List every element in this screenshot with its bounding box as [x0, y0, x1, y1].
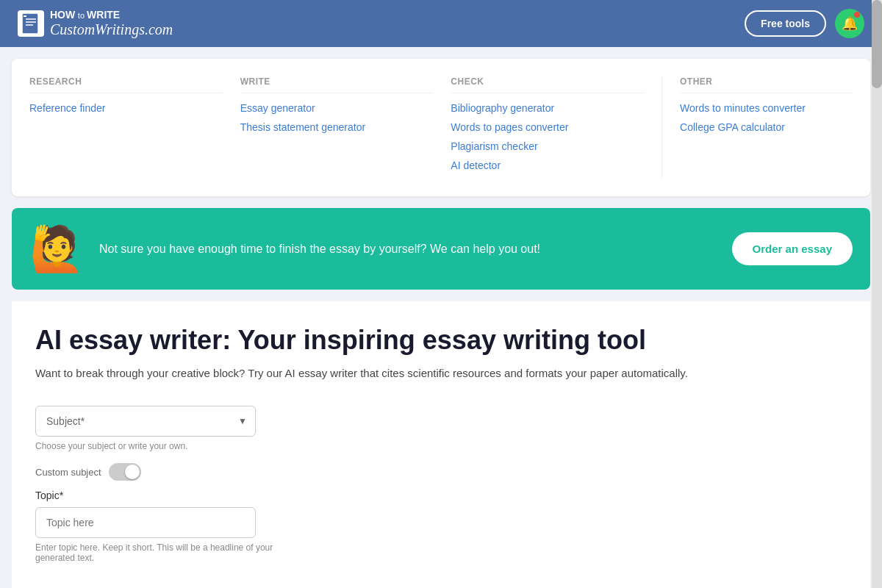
custom-subject-toggle[interactable] — [109, 463, 141, 481]
research-title: RESEARCH — [29, 76, 223, 93]
topic-input[interactable] — [35, 507, 256, 538]
banner-text: Not sure you have enough time to finish … — [99, 240, 717, 258]
subject-select[interactable]: Subject* English History Science Math Li… — [35, 406, 256, 437]
topic-label: Topic* — [35, 490, 285, 501]
custom-subject-label: Custom subject — [35, 467, 101, 478]
notification-button[interactable]: 🔔 — [835, 9, 864, 38]
link-essay-generator[interactable]: Essay generator — [240, 102, 434, 114]
menu-section-research: RESEARCH Reference finder — [29, 76, 240, 179]
header: HOW to WRITE CustomWritings.com Free too… — [0, 0, 882, 47]
scrollbar-thumb[interactable] — [872, 0, 882, 88]
subject-group: Subject* English History Science Math Li… — [35, 406, 285, 451]
other-title: OTHER — [680, 76, 853, 93]
scrollbar-track[interactable] — [872, 0, 882, 588]
link-reference-finder[interactable]: Reference finder — [29, 102, 223, 114]
subject-hint: Choose your subject or write your own. — [35, 441, 285, 451]
link-bibliography[interactable]: Bibliography generator — [451, 102, 644, 114]
mascot-icon: 🙋 — [29, 223, 85, 275]
logo: HOW to WRITE CustomWritings.com — [18, 9, 173, 39]
menu-section-other: OTHER Words to minutes converter College… — [662, 76, 853, 179]
toggle-knob — [125, 465, 140, 479]
page-body: AI essay writer: Your inspiring essay wr… — [12, 301, 870, 588]
link-plagiarism[interactable]: Plagiarism checker — [451, 140, 644, 152]
logo-howtowrite: HOW to WRITE — [50, 9, 173, 21]
custom-subject-row: Custom subject — [35, 463, 285, 481]
logo-icon — [18, 10, 44, 37]
subject-select-wrapper: Subject* English History Science Math Li… — [35, 406, 256, 437]
promo-banner: 🙋 Not sure you have enough time to finis… — [12, 208, 870, 290]
topic-hint: Enter topic here. Keep it short. This wi… — [35, 542, 285, 563]
logo-brand: CustomWritings.com — [50, 21, 173, 38]
write-title: WRITE — [240, 76, 434, 93]
header-right: Free tools 🔔 — [745, 9, 864, 38]
essay-form: Subject* English History Science Math Li… — [35, 406, 285, 563]
bell-icon: 🔔 — [842, 15, 858, 32]
order-essay-button[interactable]: Order an essay — [732, 232, 853, 265]
menu-section-write: WRITE Essay generator Thesis statement g… — [240, 76, 451, 179]
page-subtitle: Want to break through your creative bloc… — [35, 365, 847, 382]
link-thesis-statement[interactable]: Thesis statement generator — [240, 121, 434, 133]
free-tools-button[interactable]: Free tools — [745, 10, 826, 37]
link-college-gpa[interactable]: College GPA calculator — [680, 121, 853, 133]
link-words-to-minutes[interactable]: Words to minutes converter — [680, 102, 853, 114]
topic-group: Topic* Enter topic here. Keep it short. … — [35, 490, 285, 563]
menu-section-check: CHECK Bibliography generator Words to pa… — [451, 76, 662, 179]
check-title: CHECK — [451, 76, 644, 93]
menu-panel: RESEARCH Reference finder WRITE Essay ge… — [12, 59, 870, 196]
link-words-to-pages[interactable]: Words to pages converter — [451, 121, 644, 133]
page-title: AI essay writer: Your inspiring essay wr… — [35, 325, 847, 356]
link-ai-detector[interactable]: AI detector — [451, 159, 644, 171]
